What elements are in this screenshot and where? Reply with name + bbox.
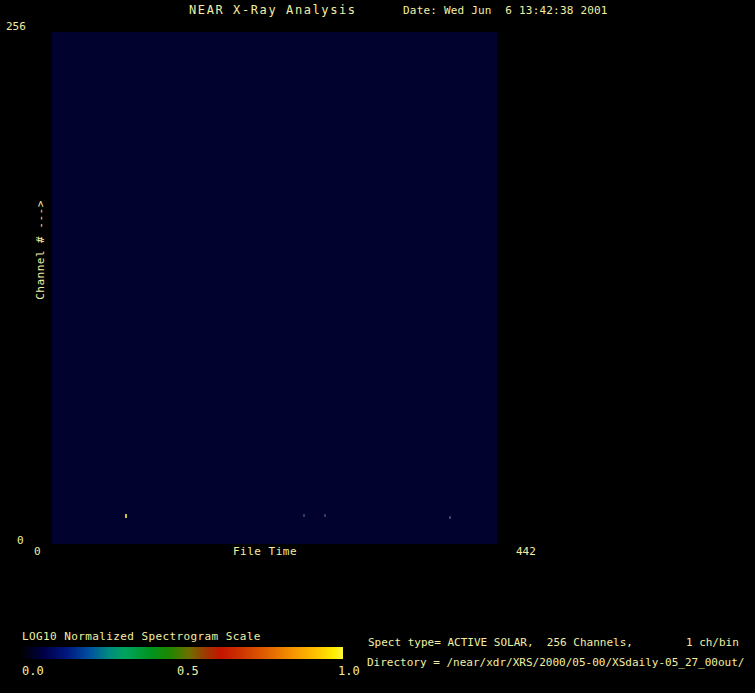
colorbar-title: LOG10 Normalized Spectrogram Scale [22, 631, 261, 643]
x-axis-label: File Time [233, 546, 297, 558]
y-axis-max-tick: 256 [6, 21, 26, 33]
directory-path: Directory = /near/xdr/XRS/2000/05-00/XSd… [367, 657, 745, 669]
spectrogram-point [324, 514, 326, 517]
x-axis-min-tick: 0 [34, 546, 41, 558]
spectrogram-point [125, 514, 127, 518]
page-title: NEAR X-Ray Analysis [189, 4, 357, 16]
spect-type-info: Spect type= ACTIVE SOLAR, 256 Channels, … [368, 637, 739, 649]
near-xray-analysis-window: NEAR X-Ray Analysis Date: Wed Jun 6 13:4… [0, 0, 755, 693]
spectrogram-point [449, 516, 451, 519]
colorbar-tick-0: 0.0 [22, 665, 44, 677]
colorbar-tick-2: 1.0 [338, 665, 360, 677]
y-axis-min-tick: 0 [17, 535, 24, 547]
spectrogram-plot [52, 32, 497, 544]
y-axis-label: Channel # ---> [35, 200, 47, 300]
colorbar-gradient [22, 647, 343, 659]
colorbar-tick-1: 0.5 [177, 665, 199, 677]
spectrogram-point [303, 514, 305, 517]
date-label: Date: Wed Jun 6 13:42:38 2001 [403, 5, 608, 17]
x-axis-max-tick: 442 [516, 546, 536, 558]
